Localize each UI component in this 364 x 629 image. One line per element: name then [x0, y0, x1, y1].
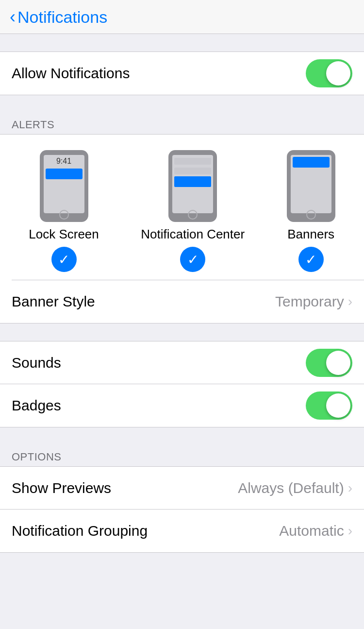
lock-screen-home-btn [59, 210, 69, 220]
nc-home-btn [188, 210, 198, 220]
allow-notifications-row: Allow Notifications [0, 52, 364, 95]
lock-screen-check[interactable]: ✓ [51, 247, 77, 272]
badges-toggle[interactable] [306, 391, 352, 420]
banners-screen [291, 155, 331, 213]
badges-row: Badges [0, 384, 364, 427]
sounds-toggle[interactable] [306, 349, 352, 377]
notification-grouping-value-group: Automatic › [279, 523, 352, 539]
alerts-card: 9:41 Lock Screen ✓ Notification Center [0, 134, 364, 323]
options-section-label: OPTIONS [0, 445, 364, 466]
allow-notifications-toggle[interactable] [306, 59, 352, 87]
alerts-icons-row: 9:41 Lock Screen ✓ Notification Center [0, 135, 364, 280]
lock-screen-phone-icon: 9:41 [40, 150, 88, 222]
notification-grouping-label: Notification Grouping [12, 523, 148, 539]
top-spacer [0, 34, 364, 51]
nc-check[interactable]: ✓ [180, 247, 205, 272]
alert-item-banners[interactable]: Banners ✓ [287, 150, 335, 272]
options-card: Show Previews Always (Default) › Notific… [0, 466, 364, 553]
banner-style-value: Temporary [275, 293, 344, 310]
check-icon-banners: ✓ [305, 252, 316, 268]
back-label: Notifications [17, 8, 107, 27]
badges-label: Badges [12, 397, 61, 414]
nc-bar-blue [174, 176, 211, 187]
alert-item-lock-screen[interactable]: 9:41 Lock Screen ✓ [29, 150, 99, 272]
nc-screen [172, 155, 213, 213]
sounds-row: Sounds [0, 341, 364, 384]
show-previews-row[interactable]: Show Previews Always (Default) › [0, 467, 364, 510]
banners-phone-icon [287, 150, 335, 222]
show-previews-value: Always (Default) [238, 480, 344, 496]
lock-screen-screen: 9:41 [44, 155, 84, 213]
banner-style-value-group: Temporary › [275, 293, 352, 310]
alerts-section-label: ALERTS [0, 113, 364, 134]
notification-grouping-row[interactable]: Notification Grouping Automatic › [0, 510, 364, 552]
lock-screen-label: Lock Screen [29, 227, 99, 242]
back-button[interactable]: ‹ Notifications [10, 8, 107, 27]
lock-notif-bar [46, 169, 83, 179]
lock-time: 9:41 [44, 155, 84, 167]
sounds-toggle-knob [326, 351, 350, 375]
options-spacer [0, 427, 364, 445]
back-chevron-icon: ‹ [10, 8, 16, 26]
sounds-spacer [0, 323, 364, 341]
banner-bar [293, 157, 330, 168]
nc-bar-1 [174, 158, 211, 165]
alerts-spacer [0, 95, 364, 113]
allow-notifications-card: Allow Notifications [0, 51, 364, 95]
header: ‹ Notifications [0, 0, 364, 34]
check-icon-nc: ✓ [187, 252, 199, 268]
toggle-knob [326, 61, 350, 85]
nc-label: Notification Center [141, 227, 245, 242]
sounds-label: Sounds [12, 355, 61, 371]
alert-item-notification-center[interactable]: Notification Center ✓ [141, 150, 245, 272]
check-icon: ✓ [58, 252, 69, 268]
notification-grouping-chevron-icon: › [348, 523, 352, 539]
banner-style-chevron-icon: › [348, 294, 352, 309]
nc-bar-2 [174, 168, 211, 174]
banner-style-row[interactable]: Banner Style Temporary › [0, 280, 364, 323]
banners-label: Banners [287, 227, 334, 242]
banners-check[interactable]: ✓ [298, 247, 324, 272]
notification-grouping-value: Automatic [279, 523, 344, 539]
show-previews-chevron-icon: › [348, 480, 352, 496]
banner-style-label: Banner Style [12, 293, 95, 310]
show-previews-value-group: Always (Default) › [238, 480, 352, 496]
allow-notifications-label: Allow Notifications [12, 65, 130, 82]
sounds-badges-card: Sounds Badges [0, 341, 364, 427]
badges-toggle-knob [326, 393, 350, 418]
nc-phone-icon [168, 150, 217, 222]
banners-home-btn [306, 210, 316, 220]
show-previews-label: Show Previews [12, 480, 111, 496]
